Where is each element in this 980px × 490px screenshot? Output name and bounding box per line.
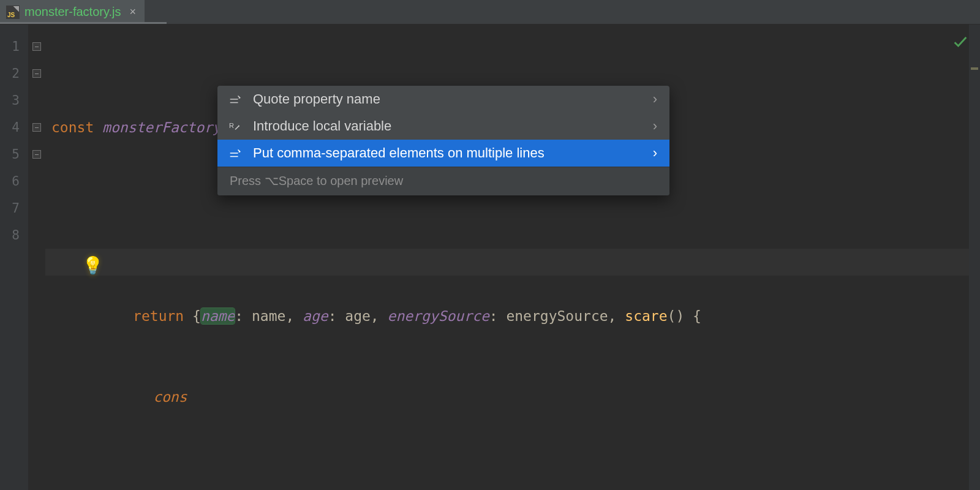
- intention-item-quote-property[interactable]: Quote property name ›: [217, 86, 669, 113]
- fold-toggle[interactable]: [28, 141, 45, 168]
- intention-bulb-icon[interactable]: 💡: [82, 252, 104, 279]
- refactor-icon: R: [228, 119, 242, 133]
- edit-icon: [228, 92, 242, 106]
- line-number[interactable]: 2: [0, 60, 28, 87]
- line-number[interactable]: 3: [0, 87, 28, 114]
- intention-item-introduce-variable[interactable]: R Introduce local variable ›: [217, 113, 669, 140]
- fold-toggle[interactable]: [28, 33, 45, 60]
- chevron-right-icon: ›: [653, 145, 657, 161]
- popup-hint: Press ⌥Space to open preview: [217, 167, 669, 195]
- intention-item-label: Introduce local variable: [253, 118, 391, 134]
- code-line[interactable]: 💡 return {name: name, age: age, energySo…: [45, 249, 980, 276]
- fold-column: [28, 24, 45, 490]
- active-tab-indicator: [0, 22, 167, 24]
- error-stripe[interactable]: [969, 24, 980, 490]
- line-number[interactable]: 7: [0, 195, 28, 222]
- line-number[interactable]: 8: [0, 222, 28, 249]
- svg-text:R: R: [229, 122, 234, 129]
- edit-icon: [228, 146, 242, 160]
- intention-item-split-lines[interactable]: Put comma-separated elements on multiple…: [217, 140, 669, 167]
- gutter: 1 2 3 4 5 6 7 8: [0, 24, 28, 490]
- line-number[interactable]: 5: [0, 141, 28, 168]
- file-js-icon: JS: [6, 6, 20, 19]
- intention-popup: Quote property name › R Introduce local …: [217, 86, 669, 195]
- tab-filename: monster-factory.js: [24, 5, 121, 19]
- inspection-ok-icon[interactable]: [952, 33, 969, 50]
- line-number[interactable]: 1: [0, 33, 28, 60]
- intention-item-label: Put comma-separated elements on multiple…: [253, 145, 545, 161]
- intention-item-label: Quote property name: [253, 91, 380, 107]
- chevron-right-icon: ›: [653, 118, 657, 134]
- line-number[interactable]: 4: [0, 114, 28, 141]
- fold-toggle[interactable]: [28, 114, 45, 141]
- code-line[interactable]: cons: [45, 383, 980, 410]
- close-icon[interactable]: ×: [129, 6, 136, 18]
- line-number[interactable]: 6: [0, 168, 28, 195]
- tab-bar: JS monster-factory.js ×: [0, 0, 980, 24]
- editor-tab[interactable]: JS monster-factory.js ×: [0, 0, 145, 24]
- chevron-right-icon: ›: [653, 91, 657, 107]
- fold-toggle[interactable]: [28, 60, 45, 87]
